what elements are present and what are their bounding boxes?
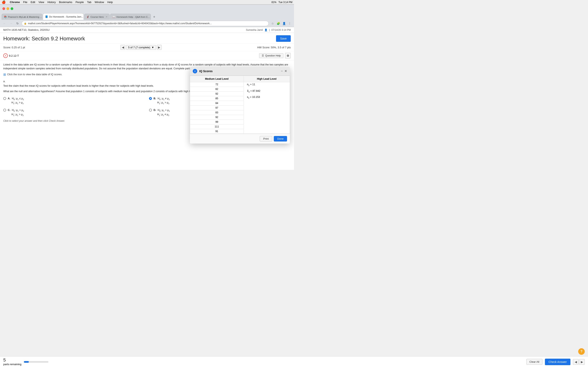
avatar-icon[interactable]: 👤 [282, 21, 286, 26]
close-window-button[interactable] [2, 7, 5, 10]
medium-val-1: 72 [190, 82, 244, 87]
table-icon: ⊞ [3, 72, 6, 77]
done-button[interactable]: Done [274, 136, 287, 142]
choice-c[interactable]: C. H0: μ1 = μ2 H1: μ1 > μ2 [3, 108, 145, 117]
table-row: 72 n2 = 11 x̄2 = 87.842 s2 = 10.153 [190, 82, 290, 87]
tab-label-pearson: Pearson's MyLab & Mastering ... [8, 16, 42, 18]
hw-title: Homework: Section 9.2 Homework [3, 35, 85, 42]
tab-favicon-hwhelp: 📖 [112, 16, 115, 18]
tab-favicon-pearson: 📚 [4, 16, 7, 18]
menubar-edit[interactable]: Edit [31, 1, 35, 4]
col-medium-header: Medium Lead Level [190, 76, 244, 82]
back-button[interactable]: ← [2, 21, 7, 26]
refresh-button[interactable]: ↻ [15, 21, 20, 26]
tab-homework[interactable]: 📘 Do Homework - Sumeeha Jam... ✕ [43, 13, 84, 20]
question-help-button[interactable]: ☰ Question Help [259, 53, 283, 58]
modal-info-icon: i [193, 69, 197, 73]
iq-scores-modal: i IQ Scores − ✕ Medium Lead Level High L… [190, 67, 290, 143]
tab-favicon-coursehero: 🦸 [86, 16, 89, 18]
username: Sumeeha Jamil [246, 29, 263, 31]
choice-b-radio[interactable] [149, 97, 152, 100]
choice-d-content: D. H0: μ1 = μ2 H1: μ1 ≠ μ2 [154, 108, 170, 117]
course-title: MATH 1635-NET10, Statistics, 2020SU [3, 28, 50, 31]
minimize-window-button[interactable] [7, 7, 9, 10]
dropdown-arrow-icon: ▼ [151, 46, 154, 49]
menu-icon[interactable]: ⋮ [287, 21, 292, 26]
question-help-icon: ☰ [262, 54, 264, 57]
menubar: 🍎 Chrome File Edit View History Bookmark… [0, 0, 294, 4]
question-header: ✗ 9.2.12-T ☰ Question Help ⚙ [0, 51, 294, 60]
user-icon: 👤 [264, 29, 268, 31]
menubar-file[interactable]: File [23, 1, 27, 4]
forward-button[interactable]: → [9, 21, 13, 26]
choice-c-radio[interactable] [3, 109, 6, 111]
menubar-bookmarks[interactable]: Bookmarks [59, 1, 72, 4]
score-label: Score: [3, 46, 11, 49]
medium-val-6: 97 [190, 106, 244, 110]
choice-a-radio[interactable] [3, 97, 6, 100]
choice-a-content: A. H0: μ1 ≤ μ2 H1: μ1 > μ2 [8, 97, 24, 105]
separator: | [269, 29, 270, 31]
hw-header: Homework: Section 9.2 Homework Save [0, 33, 294, 44]
tab-hwhelp[interactable]: 📖 Homework Help - Q&A from C... ✕ [110, 14, 151, 20]
prev-question-button[interactable]: ◀ [121, 45, 125, 50]
menubar-right: 81% Tue 3:14 PM [272, 1, 292, 4]
tab-favicon-homework: 📘 [45, 15, 48, 18]
menubar-people[interactable]: People [76, 1, 84, 4]
print-button[interactable]: Print [260, 136, 272, 142]
choice-a[interactable]: A. H0: μ1 ≤ μ2 H1: μ1 > μ2 [3, 96, 145, 106]
menubar-window[interactable]: Window [95, 1, 104, 4]
maximize-window-button[interactable] [11, 7, 13, 10]
iq-table: Medium Lead Level High Lead Level 72 n2 … [190, 76, 290, 134]
question-help-label: Question Help [265, 54, 281, 57]
tab-label-coursehero: Course Hero [90, 16, 104, 18]
settings-button[interactable]: ⚙ [285, 53, 291, 58]
menubar-history[interactable]: History [47, 1, 56, 4]
score-value: 0.25 of 1 pt [12, 46, 25, 49]
high-xbar: x̄2 = 87.842 [247, 89, 287, 93]
choice-b-content: B. H0: μ1 ≠ μ2 H1: μ1 > μ2 [154, 97, 170, 105]
tab-close-coursehero[interactable]: ✕ [106, 16, 107, 18]
traffic-lights [2, 7, 13, 10]
save-button[interactable]: Save [276, 35, 291, 42]
medium-val-3: 92 [190, 92, 244, 96]
gear-icon: ⚙ [287, 54, 289, 57]
url-bar[interactable]: 🔒 mathxl.com/Student/PlayerHomework.aspx… [22, 21, 269, 26]
modal-controls: − ✕ [281, 69, 287, 73]
medium-val-2: 82 [190, 87, 244, 92]
medium-val-11: 91 [190, 129, 244, 134]
user-info: Sumeeha Jamil 👤 | 07/14/20 3:14 PM [246, 29, 291, 31]
page-topbar: MATH 1635-NET10, Statistics, 2020SU Sume… [0, 27, 294, 33]
tab-label-hwhelp: Homework Help - Q&A from C... [116, 16, 150, 18]
data-table-link-text: Click the icon to view the data table of… [7, 73, 62, 76]
medium-val-4: 85 [190, 96, 244, 101]
new-tab-button[interactable]: + [151, 14, 157, 20]
high-n: n2 = 11 [247, 83, 287, 86]
menubar-tab[interactable]: Tab [87, 1, 91, 4]
lock-icon: 🔒 [24, 22, 27, 25]
high-s: s2 = 10.153 [247, 96, 287, 99]
apple-menu[interactable]: 🍎 [2, 0, 6, 4]
choice-d-radio[interactable] [149, 109, 152, 111]
menubar-chrome[interactable]: Chrome [10, 1, 20, 4]
tab-coursehero[interactable]: 🦸 Course Hero ✕ [84, 14, 110, 20]
url-text: mathxl.com/Student/PlayerHomework.aspx?h… [28, 22, 267, 25]
menubar-help[interactable]: Help [107, 1, 113, 4]
date-display: 07/14/20 3:14 PM [271, 29, 291, 31]
question-badge-icon: ✗ [3, 53, 8, 58]
addressbar-icons: ☆ 🧩 👤 ⋮ [270, 21, 292, 26]
modal-body: Medium Lead Level High Lead Level 72 n2 … [190, 76, 290, 134]
bookmark-icon[interactable]: ☆ [270, 21, 275, 26]
titlebar [0, 5, 294, 12]
tab-pearson[interactable]: 📚 Pearson's MyLab & Mastering ... ✕ [2, 14, 43, 20]
chrome-window: 📚 Pearson's MyLab & Mastering ... ✕ 📘 Do… [0, 4, 294, 27]
extension-icon[interactable]: 🧩 [276, 21, 281, 26]
modal-minimize-button[interactable]: − [281, 69, 283, 73]
next-question-button[interactable]: ▶ [157, 45, 162, 50]
modal-footer: Print Done [190, 134, 290, 143]
menubar-view[interactable]: View [38, 1, 44, 4]
modal-close-button[interactable]: ✕ [285, 69, 287, 73]
battery-status: 81% [272, 1, 277, 4]
question-dropdown[interactable]: 5 of 7 (7 complete) ▼ [126, 45, 156, 50]
high-stats-cell: n2 = 11 x̄2 = 87.842 s2 = 10.153 [243, 82, 290, 134]
